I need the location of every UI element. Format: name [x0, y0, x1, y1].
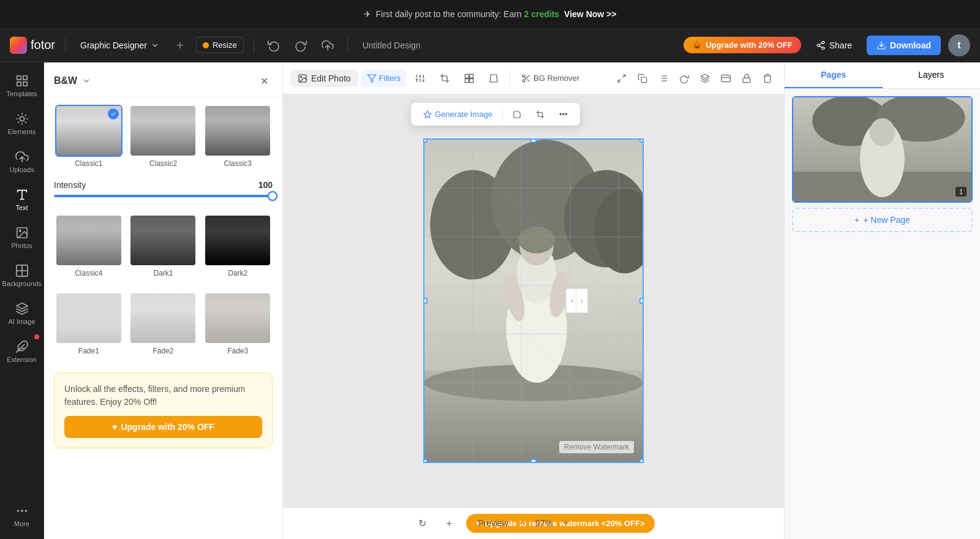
filter-thumb-dark2[interactable] [204, 214, 271, 266]
filter-thumb-classic4[interactable] [55, 214, 123, 266]
filter-item-classic1[interactable]: Classic1 [54, 105, 124, 168]
pages-tab[interactable]: Pages [785, 62, 883, 88]
download-button[interactable]: Download [867, 36, 941, 55]
sidebar-item-uploads[interactable]: Uploads [4, 143, 40, 180]
arrange-btn[interactable] [696, 69, 714, 88]
bg-remover-btn[interactable]: BG Remover [515, 70, 586, 87]
generate-image-btn[interactable]: Generate Image [418, 107, 497, 122]
filters-tab[interactable]: Filters [361, 70, 407, 87]
upgrade-banner-button[interactable]: ♥ Upgrade with 20% OFF [64, 416, 262, 438]
watermark-text[interactable]: Remove Watermark [559, 441, 634, 453]
float-toolbar: Generate Image ••• [411, 103, 580, 126]
filter-thumb-fade3[interactable] [204, 292, 271, 344]
logo[interactable]: fotor [10, 37, 55, 54]
filter-label-dark1: Dark1 [153, 269, 173, 277]
filter-item-classic3[interactable]: Classic3 [203, 105, 273, 168]
sidebar-item-more[interactable]: More [4, 497, 40, 534]
svg-point-70 [518, 227, 555, 254]
share-button[interactable]: Share [809, 37, 859, 54]
photo-display [424, 140, 643, 462]
crop-tool[interactable] [434, 70, 456, 87]
zoom-controls: Preview − 97% + [478, 513, 576, 533]
filter-item-fade3[interactable]: Fade3 [203, 292, 273, 355]
sliders-icon [415, 74, 425, 83]
canvas-image[interactable]: Remove Watermark [423, 138, 644, 463]
edit-photo-tab[interactable]: Edit Photo [290, 70, 358, 87]
sidebar-item-templates[interactable]: Templates [4, 67, 40, 104]
stack-icon [721, 74, 731, 83]
filter-title-dropdown[interactable]: B&W [54, 75, 91, 86]
resize-handle-icon[interactable] [612, 69, 631, 88]
collapse-right-panel[interactable]: › [576, 288, 588, 313]
filter-thumb-dark1[interactable] [129, 214, 197, 266]
zoom-in-btn[interactable]: + [556, 513, 576, 533]
filter-label-classic4: Classic4 [75, 269, 102, 277]
page-preview-svg [793, 97, 971, 202]
save-button[interactable] [318, 36, 337, 55]
pages-content: 1 + + New Page [785, 89, 980, 539]
download-label: Download [890, 40, 931, 50]
handle-bottom-mid[interactable] [530, 459, 537, 463]
slider-thumb[interactable] [268, 191, 277, 201]
filter-item-fade2[interactable]: Fade2 [129, 292, 198, 355]
handle-mid-left[interactable] [423, 298, 428, 304]
filter-thumb-classic2[interactable] [129, 105, 197, 157]
perspective-tool[interactable] [483, 70, 505, 87]
float-crop-btn[interactable] [531, 107, 549, 122]
upgrade-button[interactable]: 🎃 Upgrade with 20% OFF [684, 37, 801, 53]
filter-panel-close[interactable]: ✕ [255, 72, 273, 89]
undo-button[interactable] [264, 36, 284, 55]
intensity-slider[interactable] [54, 195, 273, 197]
float-save-btn[interactable] [508, 107, 526, 122]
sidebar-item-photos[interactable]: Photos [4, 219, 40, 256]
filter-item-classic4[interactable]: Classic4 [54, 214, 124, 277]
float-more-btn[interactable]: ••• [554, 107, 573, 122]
zoom-out-btn[interactable]: − [512, 513, 532, 533]
filter-item-dark2[interactable]: Dark2 [203, 214, 273, 277]
handle-mid-right[interactable] [639, 298, 644, 304]
resize-button[interactable]: Resize [196, 37, 244, 53]
delete-btn[interactable] [758, 69, 777, 88]
add-new-page-button[interactable]: + + New Page [792, 208, 973, 232]
sidebar-item-backgrounds[interactable]: Backgrounds [4, 257, 40, 294]
sidebar-item-ai-image[interactable]: AI Image [4, 295, 40, 332]
user-avatar[interactable]: t [948, 34, 970, 56]
app-name-dropdown[interactable]: Graphic Designer [75, 38, 164, 53]
refresh-btn[interactable]: ↻ [412, 514, 432, 533]
sidebar-item-elements[interactable]: Elements [4, 105, 40, 142]
handle-top-mid[interactable] [530, 138, 537, 143]
elements-icon [15, 112, 29, 126]
copy-icon [638, 74, 647, 83]
filter-item-fade1[interactable]: Fade1 [54, 292, 124, 355]
rotate-btn[interactable] [675, 69, 693, 88]
filter-thumb-classic3[interactable] [204, 105, 271, 157]
extension-notification-dot [34, 334, 39, 339]
mosaic-tool[interactable] [458, 70, 480, 87]
filter-thumb-classic1[interactable] [55, 105, 123, 157]
add-page-canvas-btn[interactable]: + [439, 514, 459, 533]
filter-item-dark1[interactable]: Dark1 [129, 214, 198, 277]
sidebar-item-text[interactable]: Text [4, 181, 40, 218]
view-now-link[interactable]: View Now >> [564, 9, 616, 19]
handle-bottom-left[interactable] [423, 459, 428, 463]
handle-bottom-right[interactable] [639, 459, 644, 463]
redo-button[interactable] [291, 36, 311, 55]
svg-rect-9 [17, 76, 20, 80]
layer-order-btn[interactable] [717, 69, 735, 88]
copy-style-btn[interactable] [633, 69, 652, 88]
handle-top-right[interactable] [639, 138, 644, 143]
filter-thumb-fade2[interactable] [129, 292, 197, 344]
add-design-button[interactable] [172, 37, 189, 54]
position-btn[interactable] [654, 69, 673, 88]
handle-top-left[interactable] [423, 138, 428, 143]
lock-btn[interactable] [737, 69, 756, 88]
resize-dot [203, 42, 209, 48]
design-name[interactable]: Untitled Design [363, 40, 421, 50]
adjust-tool[interactable] [409, 70, 431, 87]
page-thumbnail-1[interactable]: 1 [792, 96, 973, 203]
filter-thumb-fade1[interactable] [55, 292, 123, 344]
layers-tab[interactable]: Layers [883, 62, 981, 88]
svg-point-42 [522, 80, 525, 82]
sidebar-extension-label: Extension [7, 356, 36, 363]
filter-item-classic2[interactable]: Classic2 [129, 105, 198, 168]
